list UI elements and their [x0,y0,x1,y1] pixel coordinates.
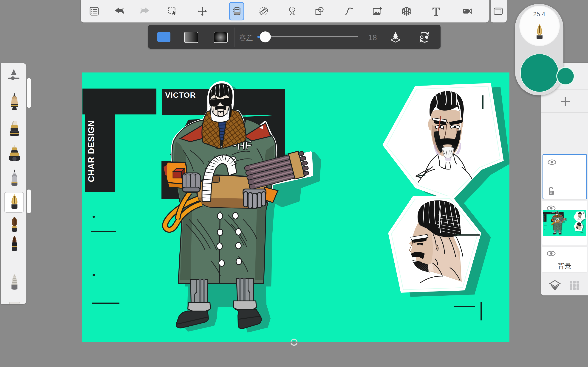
svg-text:VICTOR: VICTOR [165,91,196,99]
svg-text:CHAR DESIGN: CHAR DESIGN [86,120,96,182]
